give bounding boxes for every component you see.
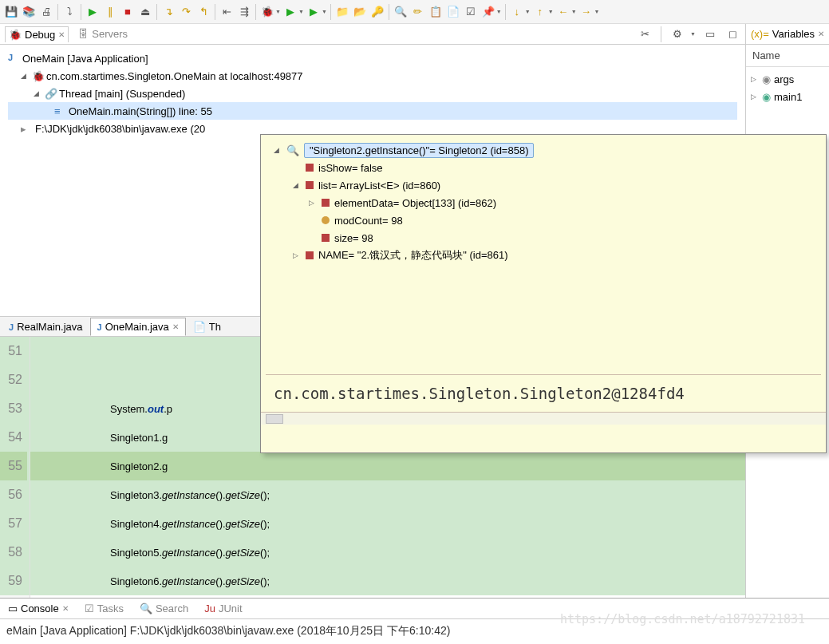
tab-servers[interactable]: 🗄 Servers (75, 26, 131, 41)
tab-label: RealMain.java (17, 321, 82, 333)
tab-tasks[interactable]: ☑ Tasks (81, 601, 127, 616)
editor-tab-onemain[interactable]: J OneMain.java ✕ (90, 318, 186, 336)
resume-icon[interactable]: ▶ (85, 4, 101, 20)
run-last-icon[interactable]: ▶ (306, 4, 322, 20)
thread-node[interactable]: ◢ 🔗 Thread [main] (Suspended) (8, 85, 737, 102)
dropdown-arrow-icon[interactable]: ▼ (275, 9, 281, 14)
inspect-field[interactable]: size= 98 (270, 229, 816, 247)
expand-icon[interactable]: ▷ (751, 93, 759, 101)
step-return-icon[interactable]: ↰ (195, 4, 211, 20)
variable-label: main1 (774, 91, 802, 103)
line-number: 56 (0, 480, 30, 509)
step-filters-icon[interactable]: ⇶ (236, 4, 252, 20)
tab-label: Th (209, 321, 221, 333)
open-icon[interactable]: 📂 (352, 4, 368, 20)
bug-icon[interactable]: 🐞 (259, 4, 275, 20)
inspect-field[interactable]: modCount= 98 (270, 211, 816, 229)
close-icon[interactable]: ✕ (62, 604, 69, 613)
print-icon[interactable]: 🖨 (38, 4, 54, 20)
popup-scrollbar[interactable] (261, 412, 826, 425)
save-all-icon[interactable]: 📚 (21, 4, 37, 20)
code-line[interactable]: Singleton6.getInstance().getSize(); (30, 567, 745, 595)
skip-bp-icon[interactable]: ⤵ (61, 4, 77, 20)
remove-terminated-icon[interactable]: ✂ (637, 26, 653, 42)
column-header-name[interactable]: Name (746, 45, 829, 67)
expression-inspect-popup: ◢ 🔍 "Singleton2.getInstance()"= Singleto… (260, 134, 827, 453)
dropdown-arrow-icon[interactable]: ▼ (690, 31, 696, 37)
scrollbar-thumb[interactable] (266, 414, 283, 424)
drop-frame-icon[interactable]: ⇤ (219, 4, 235, 20)
minimize-icon[interactable]: ▭ (702, 26, 718, 42)
junit-icon: Ju (204, 603, 215, 614)
variable-main1[interactable]: ▷ ◉ main1 (748, 88, 827, 105)
new-icon[interactable]: 📁 (334, 4, 350, 20)
tab-label: Search (156, 603, 188, 614)
code-method: getSize (226, 575, 260, 587)
step-into-icon[interactable]: ↴ (160, 4, 176, 20)
run-icon[interactable]: ▶ (282, 4, 298, 20)
variable-label: args (774, 73, 794, 85)
close-icon[interactable]: ✕ (58, 30, 65, 39)
dropdown-arrow-icon[interactable]: ▼ (298, 9, 304, 14)
editor-tab-th[interactable]: 📄 Th (186, 318, 228, 336)
tab-junit[interactable]: Ju JUnit (201, 601, 245, 616)
outline-icon[interactable]: 📄 (445, 4, 461, 20)
inspect-field[interactable]: ◢ list= ArrayList<E> (id=860) (270, 176, 816, 194)
tab-debug[interactable]: 🐞 Debug ✕ (5, 26, 69, 42)
code-text: Singleton1.g (110, 432, 168, 444)
prev-anno-icon[interactable]: ↑ (532, 4, 548, 20)
tab-label: Tasks (97, 603, 124, 614)
stop-icon[interactable]: ■ (120, 4, 136, 20)
collapse-icon[interactable]: ◢ (21, 72, 29, 80)
pause-icon[interactable]: ∥ (102, 4, 118, 20)
search-icon[interactable]: 🔍 (393, 4, 409, 20)
maximize-icon[interactable]: ◻ (724, 26, 740, 42)
pin-icon[interactable]: 📌 (480, 4, 496, 20)
close-icon[interactable]: ✕ (818, 30, 824, 38)
back-nav-icon[interactable]: ← (555, 4, 571, 20)
next-anno-icon[interactable]: ↓ (509, 4, 525, 20)
open-type-icon[interactable]: 🔑 (369, 4, 385, 20)
dropdown-arrow-icon[interactable]: ▼ (322, 9, 327, 14)
tab-console[interactable]: ▭ Console ✕ (5, 601, 72, 616)
stack-frame-node[interactable]: ≡ OneMain.main(String[]) line: 55 (8, 102, 737, 120)
task-icon[interactable]: ☑ (463, 4, 479, 20)
highlight-icon[interactable]: ✏ (410, 4, 426, 20)
dropdown-arrow-icon[interactable]: ▼ (496, 9, 502, 14)
disconnect-icon[interactable]: ⏏ (137, 4, 153, 20)
close-icon[interactable]: ✕ (172, 322, 179, 331)
expand-icon[interactable]: ▷ (293, 251, 301, 259)
debug-target-node[interactable]: ◢ 🐞 cn.com.startimes.Singleton.OneMain a… (8, 67, 737, 85)
save-icon[interactable]: 💾 (3, 4, 19, 20)
line-number: 57 (0, 509, 30, 538)
fwd-nav-icon[interactable]: → (578, 4, 594, 20)
expand-icon[interactable]: ▷ (309, 199, 317, 207)
launch-node[interactable]: J OneMain [Java Application] (8, 49, 737, 67)
collapse-icon[interactable]: ◢ (274, 146, 282, 154)
dropdown-arrow-icon[interactable]: ▼ (525, 9, 531, 14)
collapse-icon[interactable]: ◢ (34, 89, 41, 97)
editor-tab-realmain[interactable]: J RealMain.java (2, 318, 90, 336)
search-icon: 🔍 (140, 603, 152, 614)
code-line-current[interactable]: Singleton2.g (30, 452, 745, 480)
separator (81, 4, 81, 20)
code-text: (); (260, 489, 270, 501)
inspect-root[interactable]: ◢ 🔍 "Singleton2.getInstance()"= Singleto… (270, 141, 816, 159)
inspect-field[interactable]: ▷ NAME= "2.饿汉式，静态代码块" (id=861) (270, 247, 816, 264)
dropdown-arrow-icon[interactable]: ▼ (571, 9, 577, 14)
view-menu-icon[interactable]: ⚙ (669, 26, 685, 42)
main-toolbar: 💾 📚 🖨 ⤵ ▶ ∥ ■ ⏏ ↴ ↷ ↰ ⇤ ⇶ 🐞▼ ▶▼ ▶▼ 📁 📂 🔑… (0, 0, 829, 24)
code-line[interactable]: Singleton3.getInstance().getSize(); (30, 480, 745, 509)
collapse-icon[interactable]: ◢ (293, 181, 301, 189)
dropdown-arrow-icon[interactable]: ▼ (548, 9, 554, 14)
inspect-field[interactable]: isShow= false (270, 159, 816, 176)
mark-icon[interactable]: 📋 (428, 4, 444, 20)
code-line[interactable]: Singleton5.getInstance().getSize(); (30, 538, 745, 567)
variable-args[interactable]: ▷ ◉ args (748, 70, 827, 88)
expand-icon[interactable]: ▷ (751, 75, 759, 83)
tab-search[interactable]: 🔍 Search (136, 601, 191, 616)
dropdown-arrow-icon[interactable]: ▼ (594, 9, 600, 14)
inspect-field[interactable]: ▷ elementData= Object[133] (id=862) (270, 194, 816, 211)
code-line[interactable]: Singleton4.getInstance().getSize(); (30, 509, 745, 538)
step-over-icon[interactable]: ↷ (178, 4, 194, 20)
